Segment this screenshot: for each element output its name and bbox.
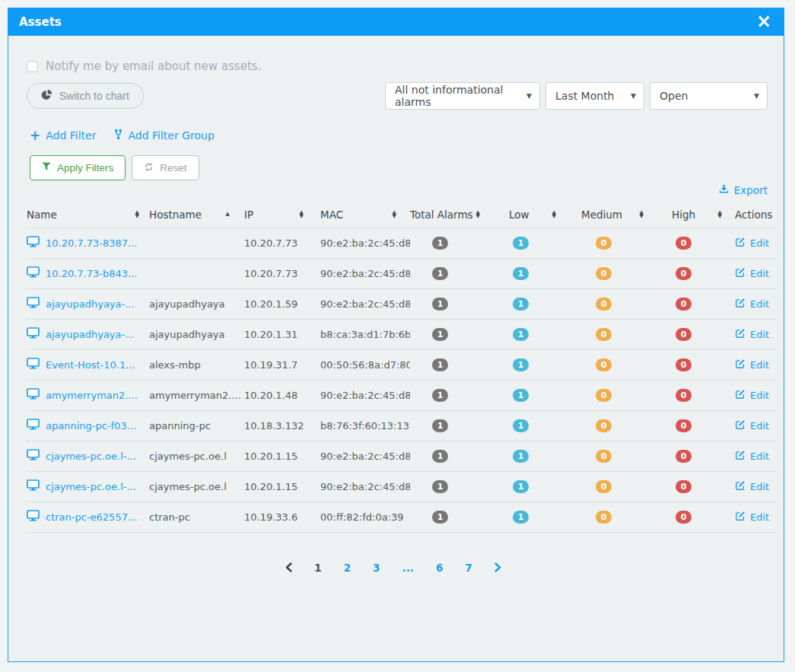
asset-name-link[interactable]: cjaymes-pc.oe.l-... xyxy=(46,481,136,492)
close-icon[interactable]: × xyxy=(756,12,771,30)
cell-total: 1 xyxy=(410,288,509,319)
monitor-icon xyxy=(27,510,40,524)
cell-low: 1 xyxy=(509,441,581,471)
low-badge: 1 xyxy=(513,511,529,524)
time-range-select[interactable]: Last Month ▼ xyxy=(545,82,644,110)
cell-hostname: cjaymes-pc.oe.l xyxy=(149,441,244,471)
modal-title: Assets xyxy=(19,15,62,29)
pagination-page[interactable]: 3 xyxy=(373,562,380,574)
asset-name-link[interactable]: ctran-pc-e62557... xyxy=(46,511,137,523)
sort-both-icon[interactable]: ▲▼ xyxy=(300,211,304,218)
sort-both-icon[interactable]: ▲▼ xyxy=(393,211,396,218)
column-header-total[interactable]: Total Alarms▲▼ xyxy=(410,202,509,228)
edit-pencil-icon xyxy=(735,328,746,341)
apply-filters-label: Apply Filters xyxy=(57,162,113,174)
edit-link[interactable]: Edit xyxy=(735,389,769,402)
asset-name-link[interactable]: 10.20.7.73-b843... xyxy=(46,268,137,279)
pagination-page[interactable]: 2 xyxy=(344,562,351,574)
edit-link[interactable]: Edit xyxy=(735,267,769,280)
column-header-low[interactable]: Low▲▼ xyxy=(509,202,581,228)
edit-label: Edit xyxy=(750,268,769,279)
column-header-hostname[interactable]: Hostname▲ xyxy=(149,202,244,228)
edit-link[interactable]: Edit xyxy=(735,450,769,463)
edit-label: Edit xyxy=(750,329,769,340)
total-alarms-badge: 1 xyxy=(432,389,448,402)
cell-hostname: cjaymes-pc.oe.l xyxy=(149,471,244,502)
add-filter-link[interactable]: + Add Filter xyxy=(30,129,96,142)
edit-link[interactable]: Edit xyxy=(735,480,769,493)
edit-link[interactable]: Edit xyxy=(735,328,769,341)
asset-name-link[interactable]: Event-Host-10.1... xyxy=(46,359,135,371)
refresh-icon xyxy=(144,162,154,174)
cell-high: 0 xyxy=(672,349,735,380)
cell-total: 1 xyxy=(410,228,509,258)
cell-low: 1 xyxy=(509,288,581,319)
medium-badge: 0 xyxy=(596,267,612,280)
column-header-medium[interactable]: Medium▲▼ xyxy=(581,202,672,228)
cell-high: 0 xyxy=(672,471,735,502)
sort-both-icon[interactable]: ▲▼ xyxy=(476,211,480,218)
sort-asc-icon[interactable]: ▲ xyxy=(226,212,230,216)
monitor-icon xyxy=(27,479,40,493)
column-header-name[interactable]: Name▲▼ xyxy=(27,202,149,228)
pie-chart-icon xyxy=(41,89,52,103)
column-label: IP xyxy=(244,209,253,221)
asset-name-link[interactable]: amymerryman2.... xyxy=(46,390,138,401)
cell-high: 0 xyxy=(672,288,735,319)
cell-high: 0 xyxy=(672,502,735,532)
cell-hostname: apanning-pc xyxy=(149,410,244,441)
asset-name-link[interactable]: ajayupadhyaya-... xyxy=(46,329,135,340)
cell-high: 0 xyxy=(672,441,735,471)
cell-name: cjaymes-pc.oe.l-... xyxy=(27,471,149,502)
cell-high: 0 xyxy=(672,228,735,258)
column-label: High xyxy=(672,209,695,221)
alarm-filter-select[interactable]: All not informational alarms ▼ xyxy=(385,82,540,110)
asset-name-link[interactable]: 10.20.7.73-8387... xyxy=(46,237,137,249)
cell-ip: 10.20.7.73 xyxy=(244,228,320,258)
pagination-next-chevron-right-icon[interactable] xyxy=(494,562,501,572)
cell-mac: 00:ff:82:fd:0a:39 xyxy=(320,502,410,532)
column-header-mac[interactable]: MAC▲▼ xyxy=(320,202,410,228)
total-alarms-badge: 1 xyxy=(432,267,448,280)
low-badge: 1 xyxy=(513,298,529,311)
cell-medium: 0 xyxy=(581,319,672,349)
status-select[interactable]: Open ▼ xyxy=(650,82,768,110)
pagination-page[interactable]: 7 xyxy=(465,562,472,574)
sort-both-icon[interactable]: ▲▼ xyxy=(718,211,722,218)
column-header-high[interactable]: High▲▼ xyxy=(672,202,735,228)
apply-filters-button[interactable]: Apply Filters xyxy=(30,155,126,180)
edit-link[interactable]: Edit xyxy=(735,511,769,524)
switch-to-chart-button[interactable]: Switch to chart xyxy=(27,83,144,109)
asset-name-link[interactable]: ajayupadhyaya-... xyxy=(46,298,135,310)
cell-total: 1 xyxy=(410,258,509,288)
filter-links: + Add Filter Add Filter Group xyxy=(30,129,768,142)
sort-both-icon[interactable]: ▲▼ xyxy=(552,211,556,218)
notify-checkbox[interactable] xyxy=(27,61,38,72)
high-badge: 0 xyxy=(676,328,692,341)
cell-medium: 0 xyxy=(581,471,672,502)
add-filter-group-link[interactable]: Add Filter Group xyxy=(114,129,214,142)
sort-both-icon[interactable]: ▲▼ xyxy=(640,211,644,218)
cell-low: 1 xyxy=(509,502,581,532)
cell-hostname: ctran-pc xyxy=(149,502,244,532)
edit-link[interactable]: Edit xyxy=(735,419,769,432)
cell-hostname xyxy=(149,228,244,258)
edit-link[interactable]: Edit xyxy=(735,237,769,250)
plus-icon: + xyxy=(30,129,40,142)
column-label: Name xyxy=(27,209,57,221)
cell-actions: Edit xyxy=(735,349,777,380)
reset-button[interactable]: Reset xyxy=(132,155,199,180)
asset-name-link[interactable]: cjaymes-pc.oe.l-... xyxy=(46,451,136,462)
column-header-ip[interactable]: IP▲▼ xyxy=(244,202,320,228)
table-row: ctran-pc-e62557...ctran-pc10.19.33.600:f… xyxy=(27,502,777,532)
pagination-page[interactable]: 6 xyxy=(436,562,443,574)
cell-ip: 10.18.3.132 xyxy=(244,410,320,441)
pagination-page-current[interactable]: 1 xyxy=(314,562,321,574)
asset-name-link[interactable]: apanning-pc-f03... xyxy=(46,420,136,432)
export-link[interactable]: Export xyxy=(719,182,768,199)
pagination-prev-chevron-left-icon[interactable] xyxy=(285,562,292,572)
edit-link[interactable]: Edit xyxy=(735,298,769,311)
sort-both-icon[interactable]: ▲▼ xyxy=(135,211,139,218)
edit-link[interactable]: Edit xyxy=(735,358,769,371)
cell-medium: 0 xyxy=(581,380,672,410)
